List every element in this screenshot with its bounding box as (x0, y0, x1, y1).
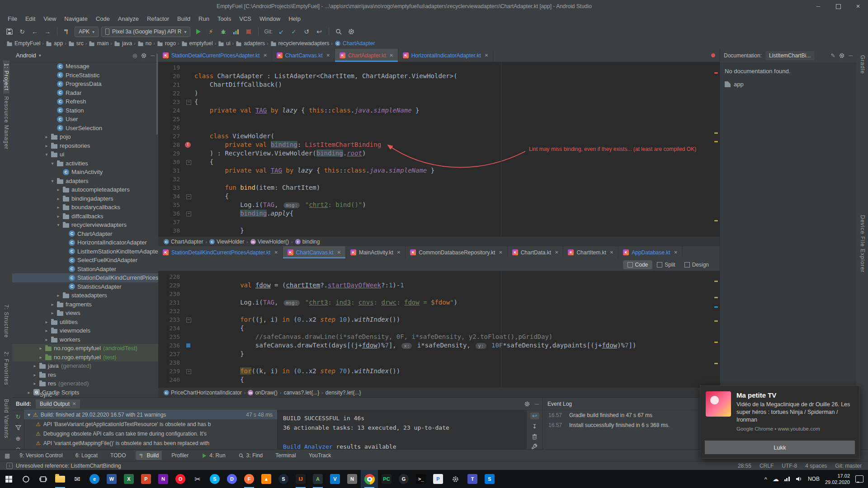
tree-item[interactable]: CRefresh (12, 97, 158, 106)
tree-item[interactable]: ▾ui (12, 150, 158, 159)
menu-file[interactable]: File (4, 13, 21, 25)
vlc-icon[interactable]: ▲ (258, 470, 275, 488)
fold-marker-icon[interactable]: − (186, 160, 191, 165)
breadcrumb-item[interactable]: rogo (157, 40, 176, 47)
back-icon[interactable]: ← (30, 27, 40, 37)
tree-item[interactable]: ▸workers (12, 335, 158, 344)
code-line[interactable]: 38 } (158, 226, 720, 235)
tree-item[interactable]: ▸utilities (12, 318, 158, 327)
tree-item[interactable]: ▸java (generated) (12, 361, 158, 371)
tree-item[interactable]: CStationDetailKindCurrentPricesAda (12, 273, 158, 282)
module-name[interactable]: app (734, 81, 744, 88)
tree-item[interactable]: CMainActivity (12, 168, 158, 177)
tree-item[interactable]: CStatisticsAdapter (12, 282, 158, 291)
breadcrumb-item[interactable]: density?.let{...} (326, 389, 361, 396)
documentation-tab[interactable]: ListItemChartBi... (765, 51, 814, 60)
code-line[interactable]: 231 Log.i(TAG, msg: "chrt3: ind3: cnvs: … (158, 298, 720, 307)
code-line[interactable]: 22) (158, 89, 720, 98)
tab-close-icon[interactable]: ✕ (72, 401, 76, 406)
tree-item[interactable]: CStation (12, 106, 158, 115)
tree-item[interactable]: ▸bindingadapters (12, 194, 158, 203)
code-line[interactable]: 34− { (158, 192, 720, 201)
tray-expand-icon[interactable]: ^ (764, 476, 767, 483)
breadcrumb-item[interactable]: main (89, 40, 108, 47)
toolwindow-button-terminal[interactable]: Terminal (272, 451, 299, 460)
tree-item[interactable]: CUserSelection (12, 124, 158, 133)
terminal-icon[interactable]: >_ (412, 470, 429, 488)
tree-item[interactable]: CProgressData (12, 80, 158, 89)
fold-marker-icon[interactable]: − (186, 318, 191, 323)
word-icon[interactable]: W (103, 470, 120, 488)
tab-close-icon[interactable]: ✕ (274, 250, 278, 255)
editor-tab[interactable]: KAppDatabase.kt✕ (618, 246, 683, 258)
code-line[interactable]: 230 (158, 290, 720, 298)
device-select[interactable]: Pixel 3a (Google Play) API R▾ (101, 27, 190, 37)
expand-all-icon[interactable]: ⊕ (14, 435, 23, 442)
toolwindow-button-9-version-control[interactable]: 9: Version Control (16, 451, 66, 460)
tab-close-icon[interactable]: ✕ (326, 53, 330, 58)
minimize-panel-icon[interactable]: ─ (849, 52, 853, 59)
discord-icon[interactable]: D (223, 470, 241, 488)
code-line[interactable]: 26 (158, 123, 720, 132)
powerpoint-icon[interactable]: P (137, 470, 155, 488)
breadcrumb-item[interactable]: fbinding (295, 239, 320, 245)
tree-item[interactable]: CHorizontalIndicatorAdapter (12, 238, 158, 247)
breadcrumb-file[interactable]: CChartAdapter (335, 40, 375, 47)
code-line[interactable]: 239− for((k, i) in (0..x2 step 70).withI… (158, 367, 720, 375)
code-line[interactable]: 31 private val TAG by lazy { this::class… (158, 166, 720, 175)
clear-console-icon[interactable] (530, 433, 539, 440)
tree-item[interactable]: CListItemStationKindItemAdapter (12, 247, 158, 256)
breadcrumb-item[interactable]: adapters (236, 40, 265, 47)
save-icon[interactable] (5, 27, 14, 37)
status-segment[interactable]: Git: master (835, 463, 862, 469)
store-icon[interactable]: S (481, 470, 498, 488)
run-icon[interactable] (193, 27, 203, 37)
tool-stripe-resource-manager[interactable]: Resource Manager (3, 94, 9, 152)
code-line[interactable]: 33 fun bind(item: ChartItem) (158, 183, 720, 192)
status-segment[interactable]: 28:55 (738, 463, 751, 469)
forward-icon[interactable]: → (42, 27, 52, 37)
fold-marker-icon[interactable]: − (186, 194, 191, 199)
editor-tab[interactable]: KStationDetailKindCurrentPricesAdapter.k… (158, 246, 283, 258)
toolwindow-button-build[interactable]: Build (136, 451, 162, 460)
search-button[interactable] (17, 470, 34, 488)
editor-tab[interactable]: KChartAdapter.kt✕ (335, 49, 398, 62)
status-segment[interactable]: 4 spaces (805, 463, 827, 469)
apply-changes-icon[interactable]: ⚡ (206, 27, 216, 37)
editor-tab[interactable]: KChartData.kt✕ (508, 246, 564, 258)
editor-tab[interactable]: KChartCanvas.kt✕ (272, 49, 335, 62)
onenote-icon[interactable]: N (155, 470, 172, 488)
scroll-to-end-icon[interactable]: ↧ (530, 423, 539, 430)
tree-item[interactable]: ▸stateadapters (12, 291, 158, 300)
tab-close-icon[interactable]: ✕ (337, 250, 341, 255)
build-warning-row[interactable]: ⚠API 'variant.getMappingFile()' is obsol… (24, 438, 277, 448)
breadcrumb-item[interactable]: monDraw() (248, 389, 277, 396)
tree-item[interactable]: ▸no.rogo.emptyfuel (androidTest) (12, 344, 158, 353)
inspections-error-indicator[interactable] (711, 53, 715, 57)
build-tab[interactable]: Build Output✕ (36, 399, 80, 408)
fold-marker-icon[interactable]: − (186, 211, 191, 216)
paint-icon[interactable]: P (429, 470, 447, 488)
menu-code[interactable]: Code (92, 13, 114, 25)
maximize-button[interactable] (828, 0, 848, 13)
breadcrumb-item[interactable]: CPriceChartHorizontalIndicator (164, 389, 242, 396)
build-console[interactable]: BUILD SUCCESSFUL in 46s36 actionable tas… (277, 410, 527, 450)
breadcrumb-item[interactable]: recyclerviewadapters (270, 40, 330, 47)
chrome-icon[interactable] (361, 470, 378, 488)
tool-stripe-device-file-explorer[interactable]: Device File Explorer (859, 212, 866, 275)
opera-icon[interactable]: O (172, 470, 189, 488)
intellij-idea-icon[interactable]: IJ (292, 470, 309, 488)
menu-edit[interactable]: Edit (21, 13, 39, 25)
volume-icon[interactable] (795, 475, 802, 483)
tab-close-icon[interactable]: ✕ (263, 53, 267, 58)
mode-split[interactable]: Split (652, 260, 679, 269)
tree-item[interactable]: ▸views (12, 309, 158, 318)
close-button[interactable]: ✕ (848, 0, 868, 13)
tree-item[interactable]: ▸pojo (12, 132, 158, 141)
language-indicator[interactable]: NOB (808, 476, 820, 482)
code-line[interactable]: 232 (158, 307, 720, 315)
tree-item[interactable]: ▸GGradle Scripts (12, 388, 158, 397)
code-line[interactable]: 37 (158, 218, 720, 226)
tree-item[interactable]: CMessage (12, 62, 158, 71)
code-line[interactable]: 20class ChartAdapter : ListAdapter<Chart… (158, 72, 720, 80)
